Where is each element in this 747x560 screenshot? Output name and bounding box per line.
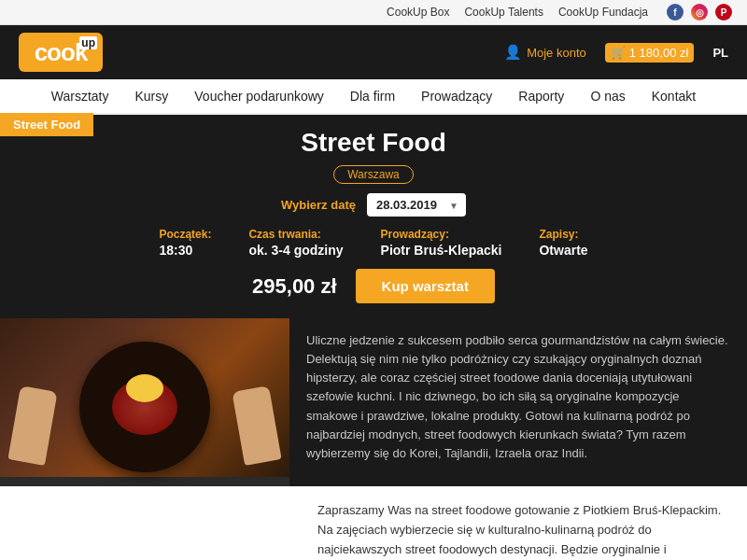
logo-up-text: up bbox=[79, 36, 97, 49]
instructor-label: Prowadzący: bbox=[381, 228, 502, 241]
description-text: Uliczne jedzenie z sukcesem podbiło serc… bbox=[289, 318, 747, 486]
start-info: Początek: 18:30 bbox=[159, 228, 211, 258]
nav-kursy[interactable]: Kursy bbox=[135, 89, 169, 104]
food-image bbox=[0, 318, 289, 486]
hero-section: Street Food Street Food Warszawa Wybierz… bbox=[0, 115, 747, 318]
signup-info: Zapisy: Otwarte bbox=[539, 228, 587, 258]
main-nav: Warsztaty Kursy Voucher podarunkowy Dla … bbox=[0, 79, 747, 115]
nav-voucher[interactable]: Voucher podarunkowy bbox=[194, 89, 324, 104]
date-selector: Wybierz datę 28.03.2019 04.04.2019 11.04… bbox=[19, 193, 728, 217]
cookup-fundacja-link[interactable]: CookUp Fundacja bbox=[558, 6, 648, 19]
nav-prowadzacy[interactable]: Prowadzący bbox=[421, 89, 492, 104]
start-value: 18:30 bbox=[159, 243, 211, 258]
info-row: Początek: 18:30 Czas trwania: ok. 3-4 go… bbox=[19, 228, 728, 258]
hand-right-deco bbox=[232, 385, 281, 466]
cookup-box-link[interactable]: CookUp Box bbox=[387, 6, 449, 19]
price-display: 295,00 zł bbox=[252, 274, 337, 299]
buy-button[interactable]: Kup warsztat bbox=[356, 269, 495, 303]
egg-deco bbox=[126, 374, 163, 402]
language-button[interactable]: PL bbox=[712, 46, 728, 60]
nav-o-nas[interactable]: O nas bbox=[590, 89, 625, 104]
duration-label: Czas trwania: bbox=[248, 228, 343, 241]
account-label: Moje konto bbox=[527, 46, 586, 60]
buy-row: 295,00 zł Kup warsztat bbox=[19, 269, 728, 303]
pan-visual bbox=[79, 342, 210, 472]
duration-info: Czas trwania: ok. 3-4 godziny bbox=[248, 228, 343, 258]
nav-raporty[interactable]: Raporty bbox=[518, 89, 564, 104]
facebook-icon[interactable]: f bbox=[667, 4, 684, 21]
date-select-wrap[interactable]: 28.03.2019 04.04.2019 11.04.2019 bbox=[367, 193, 466, 217]
category-badge: Street Food bbox=[0, 113, 93, 136]
date-label: Wybierz datę bbox=[281, 198, 356, 212]
signup-label: Zapisy: bbox=[539, 228, 587, 241]
cookup-talents-link[interactable]: CookUp Talents bbox=[464, 6, 543, 19]
instructor-info: Prowadzący: Piotr Bruś-Klepacki bbox=[381, 228, 502, 258]
nav-kontakt[interactable]: Kontakt bbox=[652, 89, 696, 104]
logo[interactable]: cook up bbox=[19, 33, 103, 72]
duration-value: ok. 3-4 godziny bbox=[248, 243, 343, 258]
city-badge: Warszawa bbox=[333, 165, 414, 184]
user-icon: 👤 bbox=[504, 44, 522, 61]
cart-amount: 1 180,00 zł bbox=[629, 46, 689, 60]
event-title: Street Food bbox=[19, 128, 728, 158]
cart-icon-wrap: 🛒 1 180,00 zł bbox=[605, 43, 695, 63]
nav-dla-firm[interactable]: Dla firm bbox=[350, 89, 395, 104]
pinterest-icon[interactable]: P bbox=[715, 4, 732, 21]
top-bar-links: CookUp Box CookUp Talents CookUp Fundacj… bbox=[387, 6, 648, 19]
cart-icon: 🛒 bbox=[611, 46, 626, 60]
start-label: Początek: bbox=[159, 228, 211, 241]
food-photo bbox=[0, 318, 289, 477]
date-select[interactable]: 28.03.2019 04.04.2019 11.04.2019 bbox=[367, 193, 466, 217]
instructor-value: Piotr Bruś-Klepacki bbox=[381, 243, 502, 258]
logo-box: cook up bbox=[19, 33, 103, 72]
social-links: f ◎ P bbox=[667, 4, 732, 21]
nav-warsztaty[interactable]: Warsztaty bbox=[51, 89, 109, 104]
instagram-icon[interactable]: ◎ bbox=[691, 4, 708, 21]
signup-value: Otwarte bbox=[539, 243, 587, 258]
header-right: 👤 Moje konto 🛒 1 180,00 zł PL bbox=[504, 43, 728, 63]
content-section: Uliczne jedzenie z sukcesem podbiło serc… bbox=[0, 318, 747, 486]
lower-description: Zapraszamy Was na street foodowe gotowan… bbox=[0, 486, 747, 560]
cart-link[interactable]: 🛒 1 180,00 zł bbox=[605, 43, 695, 63]
header: cook up 👤 Moje konto 🛒 1 180,00 zł PL bbox=[0, 25, 747, 79]
top-bar: CookUp Box CookUp Talents CookUp Fundacj… bbox=[0, 0, 747, 25]
hand-left-deco bbox=[7, 385, 57, 466]
account-link[interactable]: 👤 Moje konto bbox=[504, 44, 586, 61]
